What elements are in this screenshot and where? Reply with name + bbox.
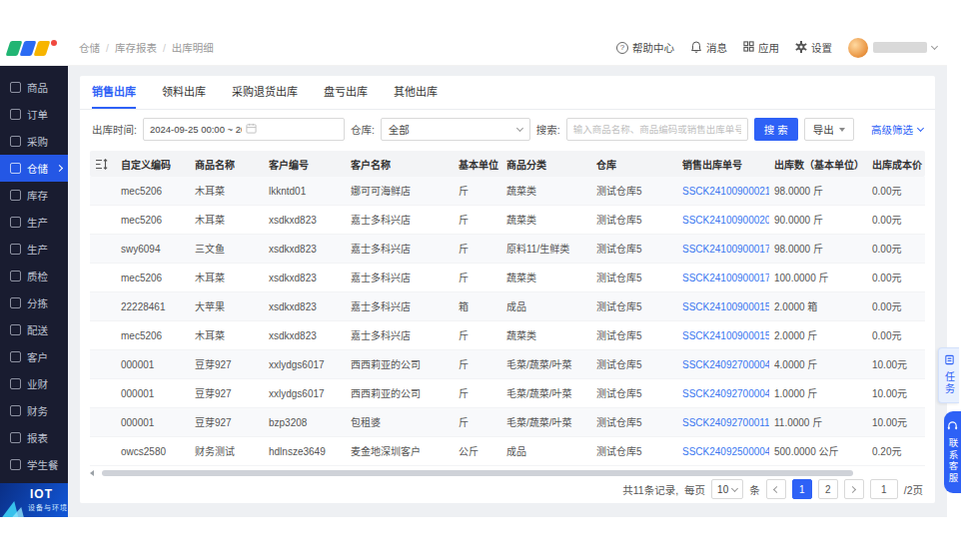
cell-qty: 1.0000 斤 xyxy=(769,379,867,407)
search-input[interactable] xyxy=(566,118,748,141)
calendar-icon xyxy=(246,123,338,136)
outbound-order-link[interactable]: SSCK24100900017 xyxy=(677,235,769,263)
sidebar-item[interactable]: 客户 xyxy=(0,343,68,370)
apps-button[interactable]: 应用 xyxy=(743,40,779,55)
sidebar-item[interactable]: 配送 xyxy=(0,316,68,343)
table-row[interactable]: mec5206 木耳菜 xsdkxd823 嘉士多科兴店 斤 蔬菜类 测试仓库5… xyxy=(90,264,925,292)
contact-support-button[interactable]: 联系客服 xyxy=(944,411,961,493)
outbound-order-link[interactable]: SSCK24100900021 xyxy=(677,177,769,205)
cell-custom-code: mec5206 xyxy=(116,177,190,205)
outbound-order-link[interactable]: SSCK24092700011 xyxy=(677,408,769,436)
sidebar-item[interactable]: 仓储 xyxy=(0,155,68,182)
cell-customer-no: xsdkxd823 xyxy=(264,321,346,349)
sidebar-item[interactable]: 采购 xyxy=(0,128,68,155)
page-number-button[interactable]: 2 xyxy=(818,479,838,499)
sidebar-item[interactable]: 质检 xyxy=(0,263,68,289)
table-row[interactable]: swy6094 三文鱼 xsdkxd823 嘉士多科兴店 斤 原料11/生鲜类 … xyxy=(90,235,925,264)
outbound-order-link[interactable]: SSCK24100900015 xyxy=(677,292,769,320)
cell-cost: 0.00元 xyxy=(867,264,925,291)
table-row[interactable]: owcs2580 财务测试 hdlnsze3649 麦金地深圳客户 公斤 成品 … xyxy=(90,437,925,466)
table-row[interactable]: mec5206 木耳菜 xsdkxd823 嘉士多科兴店 斤 蔬菜类 测试仓库5… xyxy=(90,206,925,235)
outbound-order-link[interactable]: SSCK24092500004 xyxy=(677,437,769,465)
tab[interactable]: 盘亏出库 xyxy=(324,76,368,109)
sidebar-item[interactable]: 分拣 xyxy=(0,289,68,316)
breadcrumb-outbound-detail: 出库明细 xyxy=(172,40,214,55)
cell-warehouse: 测试仓库5 xyxy=(591,408,677,436)
iot-logo-title: IOT xyxy=(30,487,53,501)
cell-customer-name: 嘉士多科兴店 xyxy=(346,206,454,234)
settings-button[interactable]: 设置 xyxy=(795,40,832,55)
cell-warehouse: 测试仓库5 xyxy=(591,292,677,320)
outbound-order-link[interactable]: SSCK24100900020 xyxy=(677,206,769,234)
help-center-button[interactable]: ? 帮助中心 xyxy=(616,40,674,55)
sidebar-item[interactable]: 报表 xyxy=(0,424,68,451)
outbound-order-link[interactable]: SSCK24092700004 xyxy=(677,379,769,407)
sidebar-item[interactable]: 财务 xyxy=(0,397,68,424)
search-button[interactable]: 搜 索 xyxy=(754,118,798,141)
table-row[interactable]: mec5206 木耳菜 lkkntd01 娜可可海鲜店 斤 蔬菜类 测试仓库5 … xyxy=(90,177,925,206)
breadcrumb-warehouse[interactable]: 仓储 xyxy=(79,40,100,55)
cell-base-unit: 斤 xyxy=(454,264,501,291)
cell-base-unit: 斤 xyxy=(454,177,501,205)
column-header-category: 商品分类 xyxy=(501,157,591,172)
cell-spacer xyxy=(90,408,116,436)
table-row[interactable]: mec5206 木耳菜 xsdkxd823 嘉士多科兴店 斤 蔬菜类 测试仓库5… xyxy=(90,321,925,350)
user-menu[interactable] xyxy=(848,38,937,58)
tab[interactable]: 销售出库 xyxy=(92,76,136,109)
outbound-order-link[interactable]: SSCK24100900015 xyxy=(677,321,769,349)
prev-page-button[interactable] xyxy=(766,479,786,499)
sidebar-item[interactable]: 订单 xyxy=(0,101,68,128)
cell-spacer xyxy=(90,264,116,291)
column-header-custom-code: 自定义编码 xyxy=(116,157,190,172)
column-settings-icon[interactable] xyxy=(90,159,116,170)
cell-warehouse: 测试仓库5 xyxy=(591,379,677,407)
breadcrumb-inventory-report[interactable]: 库存报表 xyxy=(115,40,157,55)
cell-warehouse: 测试仓库5 xyxy=(591,264,677,291)
outbound-order-link[interactable]: SSCK24092700004 xyxy=(677,350,769,378)
tab[interactable]: 其他出库 xyxy=(394,76,438,109)
bell-icon xyxy=(690,41,702,55)
advanced-filter-toggle[interactable]: 高级筛选 xyxy=(871,122,923,137)
table-row[interactable]: 22228461 大苹果 xsdkxd823 嘉士多科兴店 箱 成品 测试仓库5… xyxy=(90,292,925,321)
page-size-select[interactable]: 10 xyxy=(711,479,743,499)
cell-custom-code: 000001 xyxy=(116,350,190,378)
column-header-warehouse: 仓库 xyxy=(591,157,677,172)
user-name-redacted xyxy=(873,42,927,53)
tab[interactable]: 领料出库 xyxy=(162,76,206,109)
date-range-input[interactable]: 2024-09-25 00:00 ~ 2024-10-24 24:00 xyxy=(143,118,345,141)
page-jump-input[interactable] xyxy=(870,479,898,499)
total-pages-text: /2页 xyxy=(904,482,923,497)
page-number-button[interactable]: 1 xyxy=(792,479,812,499)
cell-custom-code: 000001 xyxy=(116,379,190,407)
cell-warehouse: 测试仓库5 xyxy=(591,321,677,349)
sidebar-item[interactable]: 生产 xyxy=(0,236,68,263)
tab-bar: 销售出库 领料出库 采购退货出库 盘亏出库 其他出库 xyxy=(80,76,935,110)
next-page-button[interactable] xyxy=(844,479,864,499)
cell-base-unit: 斤 xyxy=(454,321,501,349)
task-panel-button[interactable]: 任务 xyxy=(938,347,959,403)
sidebar-item[interactable]: 业财 xyxy=(0,370,68,397)
sidebar-item[interactable]: 生产 xyxy=(0,209,68,236)
breadcrumb-separator: / xyxy=(106,42,109,54)
sidebar-item[interactable]: 商品 xyxy=(0,74,68,101)
sidebar-item[interactable]: 库存 xyxy=(0,182,68,209)
outbound-order-link[interactable]: SSCK24100900017 xyxy=(677,264,769,291)
table-row[interactable]: 000001 豆芽927 xxlydgs6017 西西莉亚的公司 斤 毛菜/蔬菜… xyxy=(90,379,925,408)
top-bar: 仓储 / 库存报表 / 出库明细 ? 帮助中心 消息 应用 xyxy=(0,30,947,66)
column-header-qty: 出库数（基本单位） xyxy=(769,157,867,172)
cell-product-name: 木耳菜 xyxy=(190,321,264,349)
scrollbar-thumb[interactable] xyxy=(102,470,853,476)
cell-qty: 98.0000 斤 xyxy=(769,177,867,205)
sidebar-item-label: 分拣 xyxy=(27,295,48,310)
purchase-icon xyxy=(10,136,21,147)
table-row[interactable]: 000001 豆芽927 xxlydgs6017 西西莉亚的公司 斤 毛菜/蔬菜… xyxy=(90,350,925,379)
sidebar-item-label: 生产 xyxy=(27,242,48,257)
warehouse-select[interactable]: 全部 xyxy=(381,118,530,141)
sidebar-item[interactable]: 学生餐 xyxy=(0,451,68,478)
export-button[interactable]: 导出 xyxy=(804,118,854,141)
chevron-left-icon xyxy=(773,485,780,492)
table-row[interactable]: 000001 豆芽927 bzp3208 包租婆 斤 毛菜/蔬菜/叶菜 测试仓库… xyxy=(90,408,925,437)
tab[interactable]: 采购退货出库 xyxy=(232,76,298,109)
per-page-label: 每页 xyxy=(684,482,705,497)
messages-button[interactable]: 消息 xyxy=(690,40,727,55)
